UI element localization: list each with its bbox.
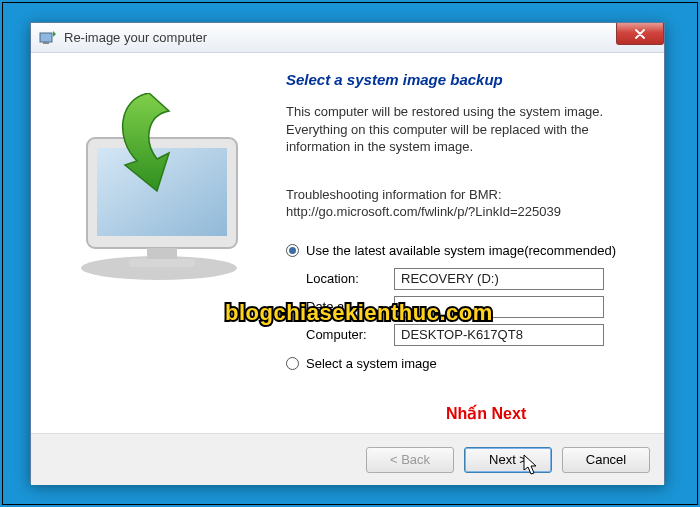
computer-field[interactable] xyxy=(394,324,604,346)
radio-icon xyxy=(286,244,299,257)
radio-use-latest[interactable]: Use the latest available system image(re… xyxy=(286,243,640,258)
app-icon xyxy=(39,29,57,47)
troubleshoot-line1: Troubleshooting information for BMR: xyxy=(286,186,640,204)
button-bar: < Back Next > Cancel xyxy=(31,433,664,485)
close-icon xyxy=(635,29,645,39)
reimage-illustration xyxy=(59,93,259,283)
location-field[interactable] xyxy=(394,268,604,290)
location-label: Location: xyxy=(306,271,394,286)
troubleshoot-link: http://go.microsoft.com/fwlink/p/?LinkId… xyxy=(286,203,640,221)
computer-label: Computer: xyxy=(306,327,394,342)
illustration-pane xyxy=(31,53,286,433)
svg-rect-5 xyxy=(147,248,177,260)
window-title: Re-image your computer xyxy=(64,30,207,45)
date-label: Date a xyxy=(306,299,394,314)
dialog-body: Select a system image backup This comput… xyxy=(31,53,664,433)
radio-icon xyxy=(286,357,299,370)
close-button[interactable] xyxy=(616,23,664,45)
description-text: This computer will be restored using the… xyxy=(286,103,640,156)
radio-label: Select a system image xyxy=(306,356,437,371)
radio-select-image[interactable]: Select a system image xyxy=(286,356,640,371)
svg-rect-0 xyxy=(40,33,52,42)
page-heading: Select a system image backup xyxy=(286,71,640,88)
wizard-dialog: Re-image your computer xyxy=(30,22,665,484)
options-group: Use the latest available system image(re… xyxy=(286,243,640,371)
svg-rect-1 xyxy=(43,42,49,44)
back-button: < Back xyxy=(366,447,454,473)
content-pane: Select a system image backup This comput… xyxy=(286,53,664,433)
date-field[interactable] xyxy=(394,296,604,318)
next-button[interactable]: Next > xyxy=(464,447,552,473)
cancel-button[interactable]: Cancel xyxy=(562,447,650,473)
image-details: Location: Date a Computer: xyxy=(306,268,640,346)
svg-rect-6 xyxy=(129,259,195,267)
radio-label: Use the latest available system image(re… xyxy=(306,243,616,258)
troubleshoot-info: Troubleshooting information for BMR: htt… xyxy=(286,186,640,221)
titlebar: Re-image your computer xyxy=(31,23,664,53)
